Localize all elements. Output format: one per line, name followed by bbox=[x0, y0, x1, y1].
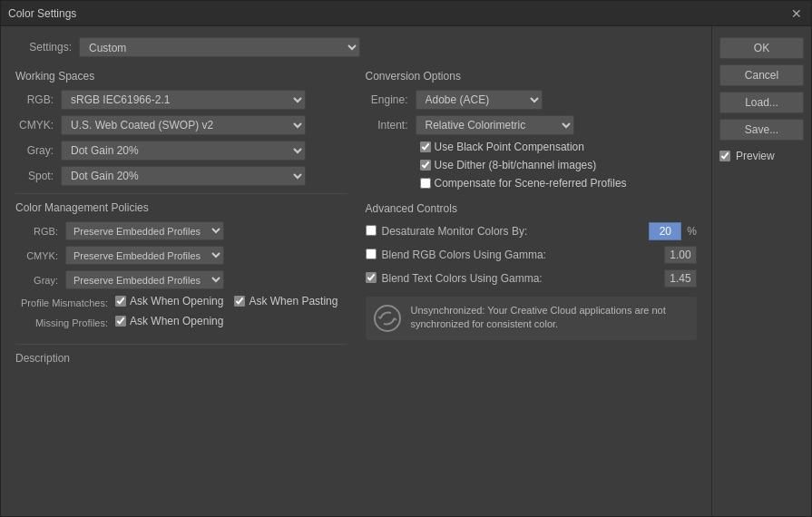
missing-opening-text: Ask When Opening bbox=[130, 315, 223, 327]
preview-label: Preview bbox=[736, 150, 775, 162]
blend-rgb-value[interactable] bbox=[664, 246, 697, 264]
engine-label: Engine: bbox=[366, 93, 416, 106]
scene-row[interactable]: Compensate for Scene-referred Profiles bbox=[420, 177, 698, 190]
dialog-body: Settings: Custom Working Spaces RGB: sRG bbox=[1, 26, 811, 516]
ask-pasting-label[interactable]: Ask When Pasting bbox=[234, 295, 338, 307]
gray-label: Gray: bbox=[15, 144, 61, 157]
ask-opening-text: Ask When Opening bbox=[130, 295, 223, 307]
cmyk-field-row: CMYK: U.S. Web Coated (SWOP) v2 bbox=[15, 115, 347, 135]
blend-rgb-checkbox[interactable] bbox=[366, 249, 377, 259]
ok-button[interactable]: OK bbox=[719, 37, 804, 59]
missing-profiles-row: Missing Profiles: Ask When Opening bbox=[15, 315, 347, 331]
settings-select[interactable]: Custom bbox=[79, 37, 360, 57]
divider-1 bbox=[15, 193, 347, 194]
save-button[interactable]: Save... bbox=[719, 119, 804, 141]
desaturate-value[interactable] bbox=[649, 222, 681, 240]
settings-row: Settings: Custom bbox=[15, 37, 697, 57]
ask-pasting-text: Ask When Pasting bbox=[249, 295, 338, 307]
blend-text-check-wrapper[interactable] bbox=[366, 272, 377, 286]
ask-opening-label[interactable]: Ask When Opening bbox=[115, 295, 223, 307]
policy-gray-label: Gray: bbox=[15, 275, 65, 286]
gray-field-row: Gray: Dot Gain 20% bbox=[15, 141, 347, 161]
advanced-title: Advanced Controls bbox=[366, 202, 698, 215]
description-content bbox=[15, 368, 347, 414]
policy-gray-select[interactable]: Preserve Embedded Profiles bbox=[65, 270, 224, 289]
color-management-section: Color Management Policies RGB: Preserve … bbox=[15, 201, 347, 331]
blend-rgb-check-wrapper[interactable] bbox=[366, 249, 377, 262]
left-column: Working Spaces RGB: sRGB IEC61966-2.1 CM… bbox=[15, 70, 347, 414]
gray-select[interactable]: Dot Gain 20% bbox=[61, 141, 306, 161]
description-section: Description bbox=[15, 344, 347, 414]
policy-gray-row: Gray: Preserve Embedded Profiles bbox=[15, 270, 347, 289]
intent-row: Intent: Relative Colorimetric bbox=[366, 115, 698, 135]
scene-label: Compensate for Scene-referred Profiles bbox=[435, 177, 627, 190]
engine-select[interactable]: Adobe (ACE) bbox=[416, 90, 543, 110]
blend-text-row: Blend Text Colors Using Gamma: bbox=[366, 269, 698, 288]
sync-text: Unsynchronized: Your Creative Cloud appl… bbox=[411, 304, 690, 332]
rgb-select[interactable]: sRGB IEC61966-2.1 bbox=[61, 90, 306, 110]
rgb-field-row: RGB: sRGB IEC61966-2.1 bbox=[15, 90, 347, 110]
policy-cmyk-select[interactable]: Preserve Embedded Profiles bbox=[65, 246, 224, 265]
black-point-checkbox[interactable] bbox=[420, 141, 431, 152]
scene-checkbox[interactable] bbox=[420, 178, 431, 189]
spot-select[interactable]: Dot Gain 20% bbox=[61, 166, 306, 186]
cmyk-select[interactable]: U.S. Web Coated (SWOP) v2 bbox=[61, 115, 306, 135]
description-label: Description bbox=[15, 352, 347, 365]
dialog-title: Color Settings bbox=[8, 7, 76, 20]
desaturate-checkbox[interactable] bbox=[366, 225, 377, 236]
dither-row[interactable]: Use Dither (8-bit/channel images) bbox=[420, 159, 698, 171]
desaturate-unit: % bbox=[687, 225, 697, 238]
conversion-section: Conversion Options Engine: Adobe (ACE) I… bbox=[366, 70, 698, 190]
settings-label: Settings: bbox=[15, 41, 79, 54]
sync-box: Unsynchronized: Your Creative Cloud appl… bbox=[366, 297, 698, 340]
desaturate-row: Desaturate Monitor Colors By: % bbox=[366, 222, 698, 240]
advanced-section: Advanced Controls Desaturate Monitor Col… bbox=[366, 202, 698, 288]
blend-text-value[interactable] bbox=[664, 269, 697, 288]
ask-opening-checkbox[interactable] bbox=[115, 296, 126, 307]
two-col-layout: Working Spaces RGB: sRGB IEC61966-2.1 CM… bbox=[15, 70, 697, 414]
load-button[interactable]: Load... bbox=[719, 92, 804, 113]
mismatches-row: Profile Mismatches: Ask When Opening Ask… bbox=[15, 295, 347, 311]
working-spaces-title: Working Spaces bbox=[15, 70, 347, 83]
policy-cmyk-row: CMYK: Preserve Embedded Profiles bbox=[15, 246, 347, 265]
desaturate-check-wrapper[interactable] bbox=[366, 225, 377, 239]
missing-opening-label[interactable]: Ask When Opening bbox=[115, 315, 223, 327]
conversion-checkboxes: Use Black Point Compensation Use Dither … bbox=[420, 141, 698, 190]
engine-row: Engine: Adobe (ACE) bbox=[366, 90, 698, 110]
preview-checkbox[interactable] bbox=[719, 151, 730, 161]
color-management-title: Color Management Policies bbox=[15, 201, 347, 214]
close-button[interactable]: ✕ bbox=[789, 6, 804, 21]
dither-checkbox[interactable] bbox=[420, 160, 431, 171]
desaturate-label: Desaturate Monitor Colors By: bbox=[382, 225, 644, 238]
blend-text-checkbox[interactable] bbox=[366, 272, 377, 283]
black-point-row[interactable]: Use Black Point Compensation bbox=[420, 141, 698, 153]
blend-rgb-label: Blend RGB Colors Using Gamma: bbox=[382, 249, 660, 261]
conversion-title: Conversion Options bbox=[366, 70, 698, 83]
policy-rgb-label: RGB: bbox=[15, 226, 65, 237]
sync-icon bbox=[373, 304, 402, 333]
blend-rgb-row: Blend RGB Colors Using Gamma: bbox=[366, 246, 698, 264]
preview-row: Preview bbox=[719, 150, 804, 162]
ask-pasting-checkbox[interactable] bbox=[234, 296, 245, 307]
missing-checks: Ask When Opening bbox=[115, 315, 223, 331]
title-bar: Color Settings ✕ bbox=[1, 1, 811, 26]
blend-text-label: Blend Text Colors Using Gamma: bbox=[382, 272, 660, 285]
missing-opening-checkbox[interactable] bbox=[115, 316, 126, 327]
policy-rgb-select[interactable]: Preserve Embedded Profiles bbox=[65, 221, 224, 240]
sidebar: OK Cancel Load... Save... Preview bbox=[711, 26, 811, 516]
rgb-label: RGB: bbox=[15, 93, 61, 106]
policy-rgb-row: RGB: Preserve Embedded Profiles bbox=[15, 221, 347, 240]
missing-label: Missing Profiles: bbox=[15, 317, 115, 328]
spot-field-row: Spot: Dot Gain 20% bbox=[15, 166, 347, 186]
cmyk-label: CMYK: bbox=[15, 119, 61, 132]
color-settings-dialog: Color Settings ✕ Settings: Custom Workin… bbox=[0, 0, 812, 517]
working-spaces-section: Working Spaces RGB: sRGB IEC61966-2.1 CM… bbox=[15, 70, 347, 186]
main-content: Settings: Custom Working Spaces RGB: sRG bbox=[1, 26, 711, 516]
right-column: Conversion Options Engine: Adobe (ACE) I… bbox=[366, 70, 698, 414]
cancel-button[interactable]: Cancel bbox=[719, 64, 804, 86]
dither-label: Use Dither (8-bit/channel images) bbox=[435, 159, 597, 171]
mismatches-label: Profile Mismatches: bbox=[15, 298, 115, 308]
intent-label: Intent: bbox=[366, 119, 416, 132]
intent-select[interactable]: Relative Colorimetric bbox=[416, 115, 574, 135]
svg-point-0 bbox=[375, 306, 400, 331]
